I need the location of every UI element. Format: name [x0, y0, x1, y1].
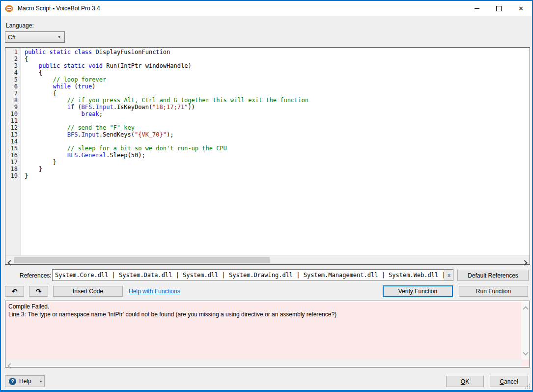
code-line: } — [25, 159, 530, 166]
line-number: 7 — [5, 90, 21, 97]
line-numbers: 12345678910111213141516171819 — [5, 48, 21, 256]
line-number: 1 — [5, 49, 21, 56]
language-value: C# — [5, 34, 57, 41]
language-label: Language: — [6, 22, 34, 29]
code-line: BFS.Input.SendKeys("{VK_70}"); — [25, 131, 530, 138]
minimize-button[interactable] — [466, 1, 488, 16]
help-button[interactable]: ? Help ▼ — [5, 375, 45, 387]
code-line: // send the "F" key — [25, 124, 530, 131]
help-icon: ? — [9, 378, 16, 385]
scroll-left-icon[interactable] — [8, 361, 12, 370]
references-clear-button[interactable]: x — [445, 270, 453, 280]
language-select[interactable]: C# ▼ — [5, 31, 65, 43]
scroll-up-icon[interactable] — [524, 304, 528, 313]
output-horizontal-scrollbar[interactable] — [5, 360, 521, 367]
code-line: { — [25, 56, 530, 62]
code-line: } — [25, 166, 530, 172]
references-input[interactable]: System.Core.dll | System.Data.dll | Syst… — [53, 270, 445, 280]
line-number: 6 — [5, 83, 21, 90]
code-line: break; — [25, 111, 530, 117]
line-number: 4 — [5, 69, 21, 76]
code-line: // loop forever — [25, 76, 530, 83]
line-number: 14 — [5, 138, 21, 145]
code-line: { — [25, 90, 530, 97]
cancel-button[interactable]: Cancel — [490, 376, 528, 387]
line-number: 10 — [5, 111, 21, 117]
redo-button[interactable]: ↷ — [29, 286, 48, 297]
line-number: 9 — [5, 104, 21, 111]
maximize-icon — [496, 6, 502, 11]
undo-icon: ↶ — [12, 287, 18, 295]
chevron-down-icon: ▼ — [39, 380, 43, 383]
code-line: } — [25, 172, 530, 179]
compile-output-panel: Compile Failed. Line 3: The type or name… — [5, 301, 530, 367]
compile-status-line: Compile Failed. — [8, 303, 518, 310]
titlebar: Macro Script ▪ VoiceBot Pro 3.4 ✕ — [1, 1, 532, 16]
maximize-button[interactable] — [488, 1, 510, 16]
line-number: 16 — [5, 152, 21, 159]
undo-button[interactable]: ↶ — [5, 286, 24, 297]
ok-button[interactable]: OK — [446, 376, 484, 387]
editor-scrollbar-thumb[interactable] — [14, 257, 270, 263]
references-field[interactable]: System.Core.dll | System.Data.dll | Syst… — [52, 269, 453, 281]
line-number: 12 — [5, 124, 21, 131]
scroll-left-icon[interactable] — [8, 258, 12, 267]
references-label: References: — [20, 272, 52, 279]
code-line: // if you press Alt, Ctrl and G together… — [25, 97, 530, 104]
line-number: 18 — [5, 166, 21, 172]
insert-code-button[interactable]: Insert Code — [53, 286, 123, 297]
code-line: { — [25, 69, 530, 76]
close-icon: ✕ — [518, 5, 524, 12]
code-lines[interactable]: public static class DisplayFusionFunctio… — [21, 48, 530, 256]
window-controls: ✕ — [466, 1, 532, 16]
verify-function-button[interactable]: Verify Function — [383, 285, 453, 297]
line-number: 19 — [5, 172, 21, 179]
default-references-button[interactable]: Default References — [457, 270, 529, 281]
code-line: while (true) — [25, 83, 530, 90]
window-title: Macro Script ▪ VoiceBot Pro 3.4 — [18, 5, 100, 12]
code-line — [25, 138, 530, 145]
line-number: 13 — [5, 131, 21, 138]
line-number: 11 — [5, 117, 21, 124]
macro-script-dialog: Macro Script ▪ VoiceBot Pro 3.4 ✕ Langua… — [0, 0, 533, 392]
code-editor[interactable]: 12345678910111213141516171819 public sta… — [5, 47, 530, 265]
minimize-icon — [475, 8, 479, 9]
code-line: if (BFS.Input.IsKeyDown("18;17;71")) — [25, 104, 530, 111]
close-button[interactable]: ✕ — [510, 1, 532, 16]
redo-icon: ↷ — [36, 287, 42, 295]
line-number: 8 — [5, 97, 21, 104]
voicebot-robot-icon — [5, 4, 13, 13]
line-number: 17 — [5, 159, 21, 166]
compile-error-line: Line 3: The type or namespace name 'IntP… — [8, 310, 518, 318]
code-editor-body[interactable]: 12345678910111213141516171819 public sta… — [5, 48, 530, 256]
line-number: 5 — [5, 76, 21, 83]
code-line — [25, 117, 530, 124]
help-button-label: Help — [19, 378, 31, 385]
code-line: BFS.General.Sleep(50); — [25, 152, 530, 159]
resize-grip[interactable] — [525, 384, 530, 389]
code-line: // sleep for a bit so we don't run-up th… — [25, 145, 530, 152]
code-line: public static void Run(IntPtr windowHand… — [25, 62, 530, 69]
help-with-functions-link[interactable]: Help with Functions — [129, 288, 180, 295]
line-number: 3 — [5, 62, 21, 69]
scroll-down-icon[interactable] — [524, 348, 528, 357]
editor-horizontal-scrollbar[interactable] — [5, 255, 530, 264]
compile-output-text: Compile Failed. Line 3: The type or name… — [5, 301, 521, 360]
line-number: 2 — [5, 56, 21, 62]
output-vertical-scrollbar[interactable] — [521, 301, 530, 360]
run-function-button[interactable]: Run Function — [459, 286, 528, 297]
code-line: public static class DisplayFusionFunctio… — [25, 49, 530, 56]
line-number: 15 — [5, 145, 21, 152]
scroll-right-icon[interactable] — [523, 258, 527, 267]
chevron-down-icon: ▼ — [57, 35, 64, 39]
